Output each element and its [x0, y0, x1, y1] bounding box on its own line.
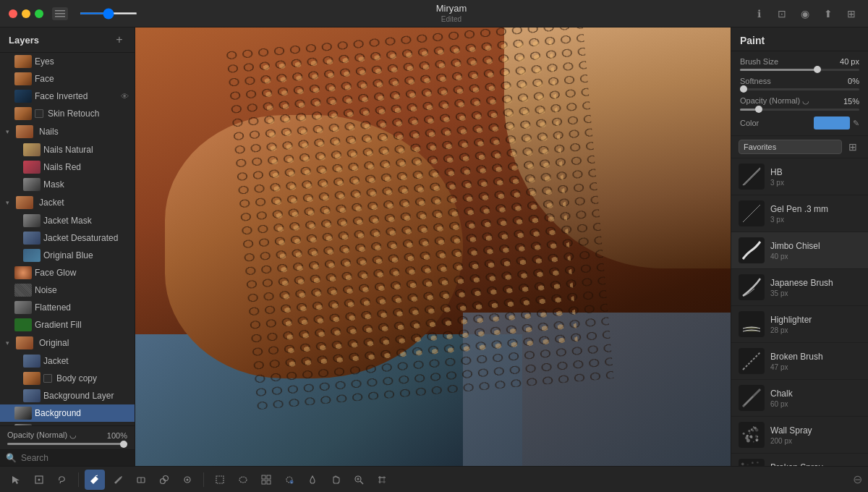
layer-item-original-group[interactable]: ▾ Original: [0, 334, 135, 352]
brush-item-gel-pen[interactable]: Gel Pen .3 mm 3 px: [731, 195, 868, 232]
layer-item-body-copy[interactable]: Body copy: [0, 370, 135, 387]
layer-name: Skin Retouch: [48, 109, 130, 119]
sidebar-toggle-button[interactable]: [52, 7, 68, 20]
brush-item-broken-spray[interactable]: Broken Spray 276 px: [731, 454, 868, 466]
opacity-label: Opacity (Normal) ◡: [7, 430, 77, 440]
svg-rect-64: [262, 475, 265, 479]
color-swatch[interactable]: [814, 116, 850, 130]
layer-item-skin-retouch[interactable]: Skin Retouch: [0, 105, 135, 122]
layer-item-nails-red[interactable]: Nails Red: [0, 158, 135, 176]
layer-item-bw-lookup[interactable]: BW Lookup: [0, 422, 135, 425]
retouch-tool-button[interactable]: [177, 470, 197, 490]
layout-button[interactable]: ⊞: [843, 6, 859, 22]
info-button[interactable]: ℹ: [751, 6, 767, 22]
layer-item-noise[interactable]: Noise: [0, 281, 135, 299]
brush-info: Jimbo Chisel 40 px: [770, 241, 861, 260]
svg-point-23: [751, 428, 753, 430]
hand-tool-button[interactable]: [326, 470, 346, 490]
add-layer-button[interactable]: +: [113, 33, 126, 46]
transform-tool-button[interactable]: [29, 470, 49, 490]
layer-item-nails-group[interactable]: ▾ Nails: [0, 122, 135, 141]
chevron-icon: ▾: [6, 199, 13, 206]
opacity-slider[interactable]: [7, 443, 127, 445]
visibility-icon[interactable]: 👁: [119, 92, 130, 101]
brush-name: Highlighter: [770, 315, 861, 325]
refine-select-button[interactable]: +: [279, 470, 299, 490]
color-edit-icon[interactable]: ✎: [853, 119, 859, 128]
layer-item-eyes[interactable]: Eyes: [0, 53, 135, 70]
close-button[interactable]: [9, 9, 17, 18]
toolbar-end-button[interactable]: ⊖: [853, 472, 862, 486]
layer-name: Nails Natural: [43, 145, 130, 155]
layers-panel-footer: Opacity (Normal) ◡ 100%: [0, 425, 135, 449]
maximize-button[interactable]: [35, 9, 43, 18]
layer-item-jacket-mask[interactable]: Jacket Mask: [0, 212, 135, 229]
share-button[interactable]: ⬆: [820, 6, 836, 22]
crop-tool-button[interactable]: [372, 470, 392, 490]
zoom-tool-button[interactable]: [349, 470, 369, 490]
layer-item-gradient-fill[interactable]: Gradient Fill: [0, 316, 135, 334]
minimize-button[interactable]: [22, 9, 30, 18]
brush-item-hb[interactable]: HB 3 px: [731, 158, 868, 195]
lasso-tool-button[interactable]: [52, 470, 72, 490]
softness-thumb[interactable]: [740, 85, 747, 93]
rect-select-button[interactable]: [210, 470, 230, 490]
paint-tool-button[interactable]: [85, 470, 105, 490]
layer-item-jacket-group[interactable]: ▾ Jacket: [0, 193, 135, 212]
layer-item-jacket2[interactable]: Jacket: [0, 352, 135, 370]
svg-point-15: [749, 433, 751, 434]
layer-item-original-blue[interactable]: Original Blue: [0, 247, 135, 264]
quick-select-button[interactable]: [256, 470, 276, 490]
select-tool-button[interactable]: [6, 470, 26, 490]
window-button[interactable]: ⊡: [774, 6, 790, 22]
brush-item-jimbo[interactable]: Jimbo Chisel 40 px: [731, 232, 868, 269]
titlebar: Miryam Edited ℹ ⊡ ◉ ⬆ ⊞: [0, 0, 868, 27]
layer-name: Face Inverted: [35, 91, 116, 101]
traffic-lights: [9, 9, 43, 18]
group-thumb: [16, 336, 33, 349]
brush-name: HB: [770, 167, 861, 177]
brush-name: Wall Spray: [770, 425, 861, 436]
clone-tool-button[interactable]: [154, 470, 174, 490]
brush-preview: [739, 237, 765, 263]
search-input[interactable]: [21, 453, 129, 463]
eraser-tool-button[interactable]: [131, 470, 151, 490]
layer-item-face-glow[interactable]: Face Glow: [0, 264, 135, 281]
svg-point-59: [163, 475, 169, 480]
layer-item-face[interactable]: Face: [0, 70, 135, 88]
brush-item-japanese[interactable]: Japanese Brush 35 px: [731, 269, 868, 306]
canvas-area[interactable]: [135, 27, 731, 466]
softness-label: Softness: [740, 77, 771, 85]
favorites-select[interactable]: Favorites: [739, 140, 842, 154]
paint-opacity-thumb[interactable]: [755, 106, 762, 113]
brush-item-highlighter[interactable]: Highlighter 28 px: [731, 306, 868, 343]
layers-list[interactable]: Eyes Face Face Inverted 👁 Skin Retouch ▾: [0, 53, 135, 425]
brush-item-chalk[interactable]: Chalk 60 px: [731, 380, 868, 417]
ellipse-select-button[interactable]: [233, 470, 253, 490]
layer-item-bg-layer[interactable]: Background Layer: [0, 387, 135, 404]
svg-marker-51: [12, 476, 20, 484]
brush-item-broken-brush[interactable]: Broken Brush 47 px: [731, 343, 868, 380]
layer-item-nails-natural[interactable]: Nails Natural: [0, 141, 135, 158]
svg-rect-66: [262, 480, 265, 484]
brush-item-wall-spray[interactable]: Wall Spray 200 px: [731, 417, 868, 454]
account-button[interactable]: ◉: [797, 6, 813, 22]
zoom-slider[interactable]: [80, 12, 137, 14]
color-row: Color ✎: [740, 116, 859, 130]
layer-item-flattened[interactable]: Flattened: [0, 299, 135, 316]
pencil-tool-button[interactable]: [108, 470, 128, 490]
water-tool-button[interactable]: [302, 470, 323, 490]
favorites-menu-button[interactable]: ⊞: [845, 139, 861, 155]
brush-size-slider[interactable]: [740, 69, 859, 71]
layers-panel-header: Layers +: [0, 27, 135, 53]
paint-opacity-slider[interactable]: [740, 109, 859, 111]
layer-item-background[interactable]: Background: [0, 404, 135, 422]
softness-slider[interactable]: [740, 88, 859, 90]
layer-item-jacket-desat[interactable]: Jacket Desaturated: [0, 229, 135, 247]
brush-size-display: 200 px: [770, 437, 861, 445]
brush-list[interactable]: HB 3 px Gel Pen .3 mm 3 px Jimbo Chisel …: [731, 158, 868, 466]
brush-size-thumb[interactable]: [814, 66, 821, 73]
layer-item-mask[interactable]: Mask: [0, 176, 135, 193]
svg-point-25: [753, 441, 754, 443]
layer-item-face-inverted[interactable]: Face Inverted 👁: [0, 88, 135, 105]
